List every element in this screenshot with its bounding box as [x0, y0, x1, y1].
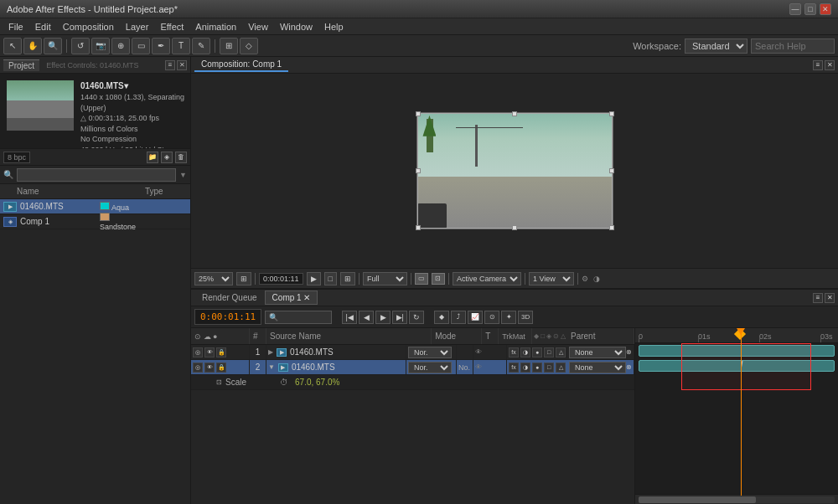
pen-tool[interactable]: ✒: [152, 38, 170, 54]
menu-effect[interactable]: Effect: [155, 20, 189, 33]
layer2-lock[interactable]: 🔒: [216, 363, 226, 373]
layer2-expand[interactable]: ▼: [268, 363, 275, 371]
pan-tool[interactable]: ⊕: [111, 38, 130, 54]
keyframe-btn[interactable]: ◆: [434, 311, 449, 324]
layer1-frame-blend[interactable]: ◑: [520, 347, 530, 357]
scale-value[interactable]: 67.0, 67.0%: [295, 378, 339, 387]
timeline-timecode[interactable]: 0:00:01:11: [194, 309, 261, 325]
scale-stopwatch[interactable]: ⏱: [280, 378, 288, 387]
menu-file[interactable]: File: [3, 20, 28, 33]
play-btn[interactable]: ▶: [375, 311, 391, 324]
layer2-frame-blend[interactable]: ◑: [520, 363, 530, 373]
comp1-tab[interactable]: Comp 1 ✕: [265, 291, 318, 305]
delete-btn[interactable]: 🗑: [175, 152, 187, 163]
layer2-parent-select[interactable]: None: [569, 362, 626, 373]
toggle-transparency[interactable]: □: [324, 272, 337, 285]
layer2-3d[interactable]: □: [544, 363, 554, 373]
timeline-scrollbar[interactable]: [635, 494, 838, 504]
timeline-search[interactable]: 🔍: [265, 311, 332, 324]
layer1-adjust[interactable]: △: [556, 347, 566, 357]
project-item-mts[interactable]: ▶ 01460.MTS Aqua: [0, 199, 190, 214]
go-to-start-btn[interactable]: |◀: [342, 311, 357, 324]
next-frame-btn[interactable]: ▶|: [392, 311, 407, 324]
camera-tool[interactable]: 📷: [91, 38, 110, 54]
search-input[interactable]: [751, 39, 835, 54]
project-search-input[interactable]: [17, 168, 176, 182]
brush-tool[interactable]: ✎: [192, 38, 210, 54]
layer2-fx[interactable]: fx: [509, 363, 519, 373]
view-count-select[interactable]: 1 View 2 Views: [529, 272, 574, 285]
layer2-motion-blur[interactable]: ●: [532, 363, 542, 373]
draft-3d-btn[interactable]: 3D: [518, 311, 533, 324]
comp-viewer-tab[interactable]: Composition: Comp 1: [194, 58, 288, 72]
menu-composition[interactable]: Composition: [58, 20, 119, 33]
layer2-adjust[interactable]: △: [556, 363, 566, 373]
shape-tool[interactable]: ◇: [240, 38, 258, 54]
fit-btn[interactable]: ⊞: [236, 272, 251, 285]
viewer-menu-btn[interactable]: ≡: [813, 60, 823, 70]
rotation-tool[interactable]: ↺: [71, 38, 90, 54]
layer1-expand[interactable]: ▶: [268, 348, 273, 356]
zoom-tool[interactable]: 🔍: [44, 38, 62, 54]
minimize-button[interactable]: —: [789, 3, 801, 15]
layer1-mode-select[interactable]: Nor.: [408, 347, 452, 358]
motion-path-btn[interactable]: ⤴: [451, 311, 466, 324]
layer1-parent-pick[interactable]: ⊗: [626, 348, 632, 356]
graph-editor-btn[interactable]: 📈: [468, 311, 483, 324]
layer1-fx[interactable]: fx: [509, 347, 519, 357]
viewer-close-btn[interactable]: ✕: [825, 60, 835, 70]
panel-menu-btn[interactable]: ≡: [165, 60, 175, 70]
quality-select[interactable]: Full Half Third Quarter: [363, 272, 407, 285]
layer1-parent-select[interactable]: None: [569, 347, 626, 358]
frame-blending-btn[interactable]: ⚙: [582, 275, 588, 283]
panel-close-btn[interactable]: ✕: [177, 60, 187, 70]
workspace-select[interactable]: Standard: [685, 39, 747, 54]
menu-view[interactable]: View: [243, 20, 273, 33]
layer2-parent-pick[interactable]: ⊗: [626, 363, 632, 371]
layer-row-1[interactable]: ◎ 👁 🔒 1 ▶ ▶ 01460.MTS Nor.: [191, 345, 634, 360]
menu-edit[interactable]: Edit: [30, 20, 56, 33]
layer2-solo[interactable]: ◎: [193, 363, 203, 373]
layer1-solo[interactable]: ◎: [193, 347, 203, 357]
track-bar-1[interactable]: [639, 345, 835, 357]
project-item-comp1[interactable]: ◈ Comp 1 Sandstone: [0, 214, 190, 229]
region-btn[interactable]: ▭: [415, 273, 428, 285]
new-folder-btn[interactable]: 📁: [147, 152, 158, 163]
tab-project[interactable]: Project: [3, 59, 39, 71]
menu-help[interactable]: Help: [319, 20, 349, 33]
timeline-menu-btn[interactable]: ≡: [813, 293, 823, 303]
layer-row-2[interactable]: ◎ 👁 🔒 2 ▼ ▶ 01460.MTS Nor.: [191, 360, 634, 375]
menu-window[interactable]: Window: [275, 20, 318, 33]
trans-grid-btn[interactable]: ⊡: [432, 273, 445, 285]
maximize-button[interactable]: □: [804, 3, 816, 15]
layer1-3d[interactable]: □: [544, 347, 554, 357]
track-bar-2[interactable]: [639, 360, 835, 372]
layer1-motion-blur[interactable]: ●: [532, 347, 542, 357]
snapping-btn[interactable]: ⊙: [484, 311, 499, 324]
new-comp-btn[interactable]: ◈: [161, 152, 173, 163]
prev-frame-btn[interactable]: ◀: [359, 311, 374, 324]
render-btn[interactable]: ✦: [501, 311, 516, 324]
menu-layer[interactable]: Layer: [121, 20, 154, 33]
zoom-select[interactable]: 25% 50% 100%: [194, 272, 233, 285]
view-select[interactable]: Active Camera Front Back: [453, 272, 521, 285]
layer1-lock[interactable]: 🔒: [216, 347, 226, 357]
close-button[interactable]: ✕: [820, 3, 831, 15]
grid-btn[interactable]: ⊞: [340, 272, 355, 285]
align-tool[interactable]: ⊞: [220, 38, 238, 54]
menu-animation[interactable]: Animation: [190, 20, 241, 33]
layer2-mode-select[interactable]: Nor.: [408, 362, 452, 373]
motion-blur-btn[interactable]: ◑: [593, 275, 600, 283]
timeline-close-btn[interactable]: ✕: [825, 293, 835, 303]
render-queue-tab[interactable]: Render Queue: [194, 291, 265, 305]
hand-tool[interactable]: ✋: [23, 38, 42, 54]
scrollbar-thumb[interactable]: [639, 496, 756, 503]
text-tool[interactable]: T: [172, 38, 190, 54]
layer2-eye[interactable]: 👁: [204, 363, 215, 373]
selection-tool[interactable]: ↖: [3, 38, 22, 54]
loop-btn[interactable]: ↻: [409, 311, 424, 324]
quality-btn[interactable]: ▶: [307, 272, 321, 285]
comp-viewer[interactable]: [191, 74, 838, 268]
layer1-eye[interactable]: 👁: [204, 347, 215, 357]
mask-tool[interactable]: ▭: [132, 38, 150, 54]
